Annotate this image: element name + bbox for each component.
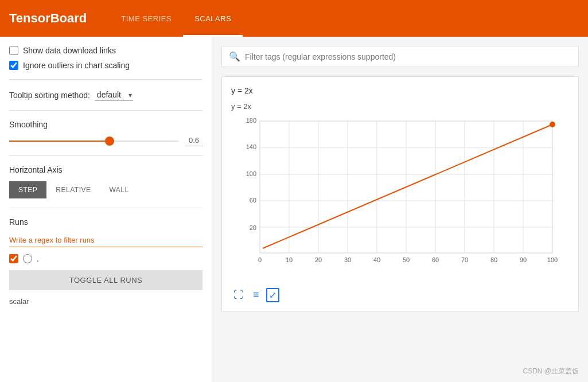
runs-section: Runs . TOGGLE ALL RUNS scalar bbox=[9, 217, 203, 306]
sidebar: Show data download links Ignore outliers… bbox=[0, 37, 212, 382]
run-radio[interactable] bbox=[23, 254, 32, 263]
show-download-checkbox[interactable] bbox=[9, 46, 18, 55]
svg-text:140: 140 bbox=[246, 143, 256, 150]
svg-text:10: 10 bbox=[286, 256, 293, 263]
smoothing-label: Smoothing bbox=[9, 120, 203, 129]
divider-1 bbox=[9, 79, 203, 80]
smoothing-section: Smoothing 0.6 bbox=[9, 120, 203, 146]
header-nav: TIME SERIES SCALARS bbox=[110, 0, 243, 37]
nav-scalars[interactable]: SCALARS bbox=[183, 0, 243, 37]
header: TensorBoard TIME SERIES SCALARS bbox=[0, 0, 588, 37]
axis-section: Horizontal Axis STEP RELATIVE WALL bbox=[9, 165, 203, 198]
smoothing-slider[interactable] bbox=[9, 141, 178, 142]
run-dot-label: . bbox=[37, 254, 39, 263]
tooltip-select-wrapper: default ▾ bbox=[95, 89, 133, 101]
chart-svg: 20 60 100 140 180 0 10 20 30 40 50 60 70… bbox=[231, 115, 564, 282]
tooltip-label: Tooltip sorting method: bbox=[9, 91, 90, 100]
svg-text:90: 90 bbox=[520, 256, 527, 263]
chart-card: y = 2x y = 2x bbox=[221, 76, 579, 312]
ignore-outliers-checkbox[interactable] bbox=[9, 61, 18, 70]
svg-text:0: 0 bbox=[258, 256, 262, 263]
show-download-label: Show data download links bbox=[23, 46, 116, 55]
slider-row: 0.6 bbox=[9, 136, 203, 146]
search-icon: 🔍 bbox=[229, 51, 240, 62]
ignore-outliers-label: Ignore outliers in chart scaling bbox=[23, 61, 130, 70]
chart-subtitle: y = 2x bbox=[231, 102, 569, 111]
legend-icon[interactable]: ≡ bbox=[251, 288, 262, 302]
svg-text:100: 100 bbox=[246, 170, 256, 177]
chart-toolbar: ⛶ ≡ ⤢ bbox=[231, 288, 569, 302]
app-logo: TensorBoard bbox=[9, 11, 87, 26]
svg-text:20: 20 bbox=[250, 224, 256, 231]
nav-time-series[interactable]: TIME SERIES bbox=[110, 0, 183, 37]
axis-label: Horizontal Axis bbox=[9, 165, 203, 174]
run-checkbox[interactable] bbox=[9, 254, 18, 263]
svg-text:70: 70 bbox=[461, 256, 468, 263]
main-content: 🔍 y = 2x y = 2x bbox=[212, 37, 588, 382]
filter-tags-input[interactable] bbox=[245, 52, 571, 61]
axis-wall-button[interactable]: WALL bbox=[100, 181, 138, 198]
chart-title: y = 2x bbox=[231, 86, 569, 95]
expand-icon[interactable]: ⛶ bbox=[231, 288, 246, 302]
scalar-label: scalar bbox=[9, 297, 203, 306]
axis-relative-button[interactable]: RELATIVE bbox=[46, 181, 100, 198]
svg-text:80: 80 bbox=[490, 256, 497, 263]
svg-text:50: 50 bbox=[403, 256, 410, 263]
run-row: . bbox=[9, 254, 203, 263]
axis-step-button[interactable]: STEP bbox=[9, 181, 46, 198]
filter-bar: 🔍 bbox=[221, 46, 579, 67]
axis-buttons: STEP RELATIVE WALL bbox=[9, 181, 203, 198]
zoom-icon[interactable]: ⤢ bbox=[266, 288, 279, 302]
divider-3 bbox=[9, 155, 203, 156]
svg-point-35 bbox=[550, 122, 555, 127]
show-download-row: Show data download links bbox=[9, 46, 203, 55]
footer-watermark: CSDN @韭菜盖饭 bbox=[523, 367, 579, 376]
svg-text:60: 60 bbox=[250, 197, 256, 204]
runs-label: Runs bbox=[9, 217, 203, 227]
main-layout: Show data download links Ignore outliers… bbox=[0, 37, 588, 382]
svg-text:20: 20 bbox=[315, 256, 322, 263]
svg-text:100: 100 bbox=[547, 256, 558, 263]
svg-text:60: 60 bbox=[432, 256, 439, 263]
chart-area: y = 2x bbox=[231, 102, 569, 283]
svg-text:180: 180 bbox=[246, 117, 256, 124]
tooltip-select[interactable]: default bbox=[95, 89, 133, 101]
tooltip-row: Tooltip sorting method: default ▾ bbox=[9, 89, 203, 101]
svg-text:30: 30 bbox=[344, 256, 351, 263]
runs-filter-input[interactable] bbox=[9, 233, 203, 247]
ignore-outliers-row: Ignore outliers in chart scaling bbox=[9, 61, 203, 70]
smoothing-value: 0.6 bbox=[185, 136, 203, 146]
divider-2 bbox=[9, 110, 203, 111]
divider-4 bbox=[9, 208, 203, 208]
toggle-all-button[interactable]: TOGGLE ALL RUNS bbox=[9, 270, 203, 290]
svg-text:40: 40 bbox=[373, 256, 380, 263]
